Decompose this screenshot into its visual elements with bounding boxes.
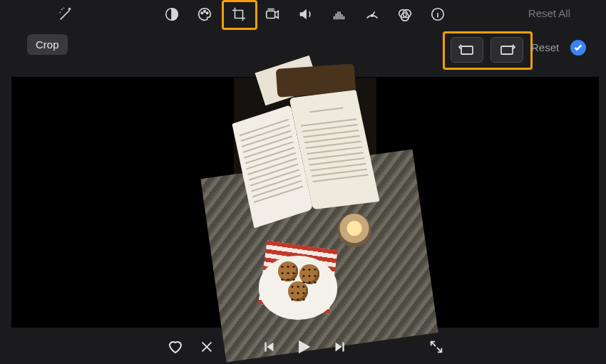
reset-button[interactable]: Reset — [531, 41, 559, 53]
volume-icon[interactable] — [295, 4, 315, 24]
play-icon[interactable] — [294, 337, 314, 357]
previous-icon[interactable] — [260, 337, 279, 357]
crop-icon[interactable] — [229, 4, 249, 24]
svg-point-2 — [204, 11, 205, 12]
speed-gauge-icon[interactable] — [362, 4, 382, 24]
reject-x-icon[interactable] — [197, 337, 217, 357]
confirm-button[interactable] — [570, 40, 586, 56]
preview-image — [234, 78, 376, 327]
svg-rect-11 — [501, 46, 513, 54]
favorite-heart-icon[interactable] — [165, 337, 185, 357]
rotate-ccw-button[interactable] — [451, 37, 483, 63]
next-icon[interactable] — [329, 337, 349, 357]
magic-wand-icon[interactable] — [56, 4, 76, 24]
rotate-cw-button[interactable] — [491, 37, 523, 63]
equalizer-icon[interactable] — [329, 4, 349, 24]
playback-bar — [0, 331, 606, 364]
palette-icon[interactable] — [195, 4, 215, 24]
filters-overlap-icon[interactable] — [395, 4, 415, 24]
image-viewport[interactable] — [11, 77, 599, 328]
svg-rect-4 — [267, 11, 275, 18]
svg-rect-10 — [461, 46, 473, 54]
crop-mode-badge: Crop — [27, 34, 68, 55]
editor-toolbar: Reset All — [0, 0, 606, 28]
video-camera-icon[interactable] — [262, 4, 282, 24]
svg-point-3 — [206, 12, 207, 14]
info-icon[interactable] — [428, 4, 448, 24]
fullscreen-expand-icon[interactable] — [426, 337, 446, 357]
reset-all-button[interactable]: Reset All — [528, 7, 570, 19]
contrast-icon[interactable] — [162, 4, 182, 24]
svg-point-1 — [201, 12, 202, 14]
svg-point-5 — [371, 14, 374, 16]
